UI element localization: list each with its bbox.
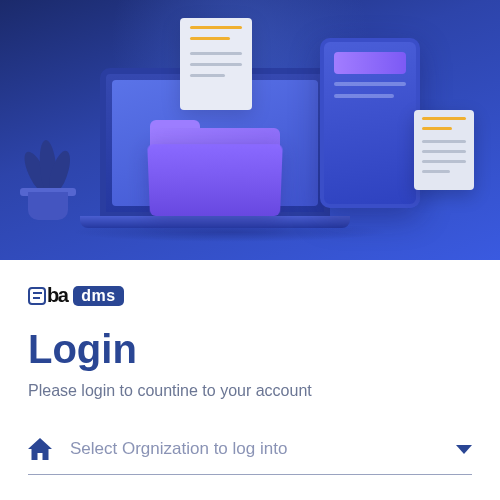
home-icon xyxy=(28,438,52,460)
hero-illustration xyxy=(0,0,500,260)
page-subtitle: Please login to countine to your account xyxy=(28,382,472,400)
organization-select[interactable]: Select Orgnization to log into xyxy=(28,438,472,475)
folder-illustration xyxy=(150,120,280,212)
login-panel: ba dms Login Please login to countine to… xyxy=(0,260,500,475)
brand-e-icon xyxy=(28,287,46,305)
document-front-illustration xyxy=(414,110,474,190)
chevron-down-icon xyxy=(456,445,472,454)
laptop-base xyxy=(80,216,350,228)
tablet-illustration xyxy=(320,38,420,208)
brand-logo: ba dms xyxy=(28,284,472,307)
page-title: Login xyxy=(28,327,472,372)
document-back-illustration xyxy=(180,18,252,110)
organization-select-placeholder: Select Orgnization to log into xyxy=(70,439,438,459)
brand-dms-badge: dms xyxy=(73,286,123,306)
brand-eba: ba xyxy=(28,284,67,307)
